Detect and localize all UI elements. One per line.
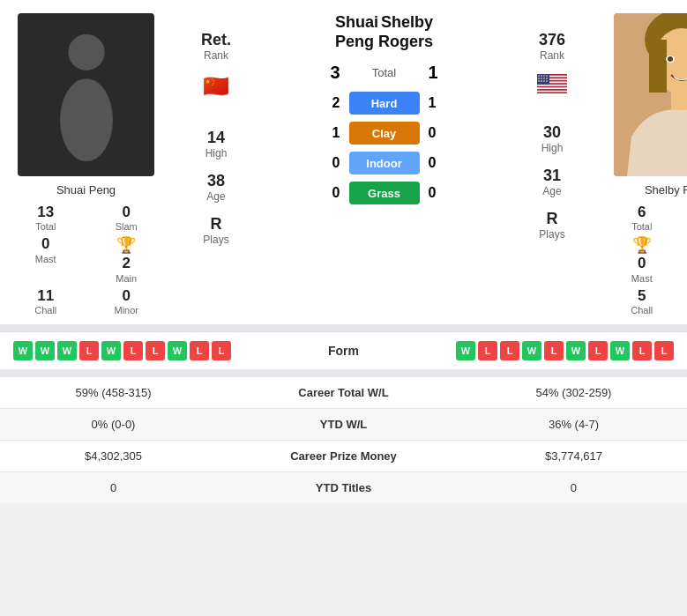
left-flag-box: 🇨🇳 <box>203 74 229 99</box>
form-badge-w: W <box>610 341 630 360</box>
form-badge-l: L <box>79 341 99 360</box>
center-surface-section: Shuai Peng Shelby Rogers 3 Total 1 2 Har… <box>269 13 499 315</box>
right-middle-stats: 376 Rank <box>499 13 605 315</box>
right-flag <box>537 74 567 93</box>
form-badge-l: L <box>544 341 564 360</box>
left-main-label: Main <box>116 273 137 284</box>
stat-right-2: $3,774,617 <box>460 441 687 472</box>
surface-row-indoor: 0 Indoor 0 <box>314 152 455 174</box>
right-player-block: Shelby Rogers 6 Total 0 Slam 🏆 0 Mast 0 <box>605 13 687 315</box>
form-badge-w: W <box>168 341 187 360</box>
left-total-label: Total <box>35 221 56 232</box>
surface-row-clay: 1 Clay 0 <box>314 122 455 145</box>
stats-row: 0% (0-0) YTD W/L 36% (4-7) <box>0 409 687 441</box>
right-high-stat: 30 High <box>541 123 564 154</box>
left-rank-label: Rank <box>204 49 228 62</box>
right-high-value: 30 <box>543 123 561 142</box>
form-badge-l: L <box>123 341 143 360</box>
left-plays-value: R <box>211 215 222 234</box>
total-label: Total <box>349 66 420 79</box>
left-high-stat: 14 High <box>205 129 228 160</box>
left-player-stats-grid: 13 Total 0 Slam 0 Mast 🏆 2 Main 11 <box>9 204 163 315</box>
svg-point-12 <box>541 75 542 77</box>
svg-point-17 <box>543 78 545 79</box>
left-mast-value: 0 <box>41 235 49 253</box>
form-badge-w: W <box>566 341 586 360</box>
left-slam-label: Slam <box>116 221 138 232</box>
surface-badge-indoor: Indoor <box>349 152 420 174</box>
right-age-label: Age <box>542 185 561 197</box>
stat-center-2: Career Prize Money <box>227 441 460 472</box>
stat-center-3: YTD Titles <box>227 472 460 504</box>
left-flag: 🇨🇳 <box>203 74 229 99</box>
left-main-trophy: 🏆 2 Main <box>90 235 164 283</box>
left-high-label: High <box>205 147 228 160</box>
stats-row: 59% (458-315) Career Total W/L 54% (302-… <box>0 377 687 409</box>
left-slam-stat: 0 Slam <box>90 204 164 232</box>
right-chall-stat: 5 Chall <box>605 287 679 315</box>
left-chall-label: Chall <box>34 305 56 315</box>
right-form-badges: WLLWLWLWLL <box>456 341 674 360</box>
left-age-value: 38 <box>207 172 225 190</box>
svg-rect-7 <box>537 86 567 88</box>
right-total-label: Total <box>631 221 652 232</box>
left-minor-label: Minor <box>114 305 138 315</box>
form-label: Form <box>328 344 359 358</box>
left-middle-stats: Ret. Rank 🇨🇳 14 High 38 Age R Plays <box>163 13 269 315</box>
right-player-silhouette <box>614 13 687 176</box>
surface-left-grass: 0 <box>314 185 349 201</box>
right-chall-value: 5 <box>638 287 646 305</box>
total-left-value: 3 <box>314 63 349 83</box>
right-flag-box <box>537 74 567 93</box>
svg-point-19 <box>538 80 540 82</box>
total-right-value: 1 <box>420 63 455 83</box>
right-total-stat: 6 Total <box>605 204 679 232</box>
right-player-header-name: Shelby Rogers <box>378 13 433 51</box>
left-plays-stat: R Plays <box>203 215 228 246</box>
svg-rect-28 <box>671 93 687 110</box>
left-player-photo <box>18 13 154 176</box>
right-player-stats-grid: 6 Total 0 Slam 🏆 0 Mast 0 Main 5 <box>605 204 687 315</box>
left-rank-stat: Ret. Rank <box>201 31 231 62</box>
stats-row: 0 YTD Titles 0 <box>0 472 687 504</box>
surface-badge-clay: Clay <box>349 122 420 145</box>
left-player-block: Shuai Peng 13 Total 0 Slam 0 Mast 🏆 2 M <box>9 13 163 315</box>
divider-1 <box>0 324 687 331</box>
svg-point-18 <box>546 78 548 79</box>
svg-point-21 <box>543 80 545 82</box>
surface-right-grass: 0 <box>420 185 455 201</box>
left-age-label: Age <box>206 190 225 203</box>
right-trophy-icon: 🏆 <box>632 235 652 255</box>
stat-left-0: 59% (458-315) <box>0 377 227 409</box>
left-trophy-icon: 🏆 <box>116 235 136 255</box>
svg-rect-9 <box>537 92 567 93</box>
form-badge-w: W <box>57 341 77 360</box>
form-badge-l: L <box>588 341 608 360</box>
player-section: Shuai Peng 13 Total 0 Slam 0 Mast 🏆 2 M <box>0 0 687 324</box>
left-total-value: 13 <box>37 204 54 221</box>
left-age-stat: 38 Age <box>206 172 225 203</box>
svg-rect-8 <box>537 89 567 91</box>
surface-right-hard: 1 <box>420 95 455 111</box>
surface-right-indoor: 0 <box>420 155 455 171</box>
surface-badge-grass: Grass <box>349 182 420 204</box>
form-badge-l: L <box>500 341 519 360</box>
form-badge-l: L <box>212 341 231 360</box>
surface-row-hard: 2 Hard 1 <box>314 92 455 115</box>
left-slam-value: 0 <box>123 204 131 221</box>
left-rank-value: Ret. <box>201 31 231 49</box>
surface-left-indoor: 0 <box>314 155 349 171</box>
left-chall-stat: 11 Chall <box>9 287 83 315</box>
right-mast-value: 0 <box>638 255 646 272</box>
svg-point-16 <box>541 78 542 79</box>
form-badge-l: L <box>632 341 652 360</box>
svg-point-31 <box>668 56 673 62</box>
stat-left-3: 0 <box>0 472 227 504</box>
left-plays-label: Plays <box>203 234 228 246</box>
left-total-stat: 13 Total <box>9 204 83 232</box>
form-badge-w: W <box>35 341 55 360</box>
surface-left-hard: 2 <box>314 95 349 111</box>
form-badge-w: W <box>456 341 475 360</box>
form-badge-l: L <box>654 341 674 360</box>
right-rank-stat: 376 Rank <box>539 31 565 62</box>
